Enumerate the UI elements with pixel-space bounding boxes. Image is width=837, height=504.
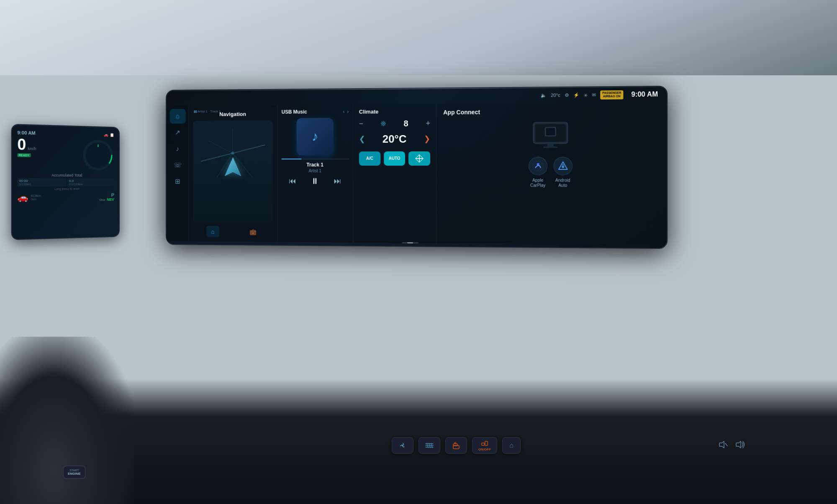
music-play-button[interactable]: ⏸ [311, 177, 319, 186]
monitor-svg [531, 120, 570, 150]
volume-down-button[interactable] [718, 440, 728, 452]
climate-fan-minus[interactable]: − [359, 119, 363, 128]
music-next-arrow[interactable]: › [347, 109, 349, 115]
climate-temp-row: ❮ 20°C ❯ [359, 133, 430, 146]
bluetooth-icon: ⚹ [584, 92, 588, 98]
nav-home-icon[interactable]: ⌂ [206, 226, 219, 238]
scroll-indicator [402, 242, 418, 243]
svg-line-7 [209, 141, 233, 153]
svg-line-5 [233, 145, 265, 153]
sidebar-navigation[interactable]: ↗ [169, 125, 185, 140]
svg-point-10 [231, 151, 234, 155]
nav-briefcase-icon[interactable]: 💼 [246, 226, 259, 238]
climate-fan-icon: ❊ [381, 120, 386, 128]
physical-controls-area: ON/OFF ⌂ [159, 429, 753, 462]
main-infotainment-screen: 🔈 20°c ⚙ ⚡ ⚹ ✉ PASSENGER AIRBAG ON 9:00 … [166, 86, 668, 249]
cluster-range: 818km [31, 194, 41, 197]
scroll-indicator-bar [407, 242, 413, 243]
climate-title: Climate [359, 108, 430, 115]
status-time: 9:00 AM [631, 91, 658, 99]
climate-panel: Climate − ❊ 8 + ❮ 20°C ❯ A/C AUTO [353, 104, 436, 243]
music-title: USB Music [282, 109, 307, 115]
cluster-trip-grid: 00:00 0/100km 0.0 0.0/100km [17, 178, 114, 187]
navigation-panel: ▮▮ Artist 1 · Track 1 Navigation [189, 105, 277, 242]
app-buttons: AppleCarPlay AndroidAuto [443, 156, 660, 188]
sidebar-home[interactable]: ⌂ [169, 109, 185, 123]
music-prev-arrow[interactable]: ‹ [343, 109, 344, 115]
music-progress-track [282, 159, 349, 159]
volume-icon: 🔈 [540, 92, 546, 98]
passenger-airbag-badge: PASSENGER AIRBAG ON [600, 90, 624, 100]
settings-icon: ⚙ [565, 92, 569, 98]
nav-map-area[interactable] [193, 120, 273, 223]
sidebar-phone[interactable]: ☏ [169, 158, 185, 172]
android-auto-icon [553, 156, 572, 175]
svg-rect-40 [485, 441, 488, 445]
svg-rect-39 [482, 443, 484, 445]
instrument-cluster: 9:00 AM 🚗📋 0 km/h READY Accumulated Tota… [11, 124, 120, 240]
notification-icon: ✉ [592, 92, 596, 97]
cluster-speed: 0 [17, 137, 26, 152]
sidebar-music[interactable]: ♪ [169, 141, 185, 156]
climate-temp-down[interactable]: ❮ [359, 135, 365, 144]
svg-point-2 [87, 144, 108, 166]
climate-temperature: 20°C [383, 133, 407, 146]
home-physical-button[interactable]: ⌂ [502, 437, 521, 454]
svg-rect-18 [547, 143, 553, 147]
volume-controls [718, 440, 745, 452]
on-off-button[interactable]: ON/OFF [472, 437, 497, 454]
cluster-icons: 🚗📋 [104, 133, 114, 137]
climate-fan-level: 8 [403, 119, 408, 128]
app-connect-title: App Connect [443, 107, 660, 115]
volume-up-button[interactable] [735, 440, 745, 452]
start-button[interactable]: START ENGINE [63, 466, 86, 479]
svg-marker-43 [736, 441, 741, 448]
nav-direction-arrow [223, 155, 243, 188]
sidebar: ⌂ ↗ ♪ ☏ ⊞ [167, 105, 189, 241]
music-artist-name: Artist 1 [282, 169, 349, 173]
cluster-ev-badge: NEV [107, 197, 114, 202]
steering-area [0, 337, 134, 504]
music-prev-button[interactable]: ⏮ [289, 177, 296, 185]
svg-rect-19 [543, 146, 557, 148]
climate-fan-plus[interactable]: + [426, 119, 430, 128]
music-note-icon: ♪ [312, 129, 318, 144]
climate-fan-row: − ❊ 8 + [359, 119, 430, 129]
cluster-kw: 0kw [100, 198, 105, 202]
music-nav-arrows: ‹ › [343, 109, 349, 115]
svg-rect-14 [416, 158, 423, 159]
android-auto-button[interactable]: AndroidAuto [553, 156, 572, 188]
app-monitor-icon [531, 120, 570, 150]
music-header: USB Music ‹ › [282, 109, 349, 115]
cluster-speed-unit: km/h [28, 146, 36, 151]
seat-heat-button[interactable] [445, 437, 467, 454]
music-next-button[interactable]: ⏭ [334, 177, 341, 186]
svg-rect-36 [453, 444, 457, 446]
screen-content: ⌂ ↗ ♪ ☏ ⊞ ▮▮ Artist 1 · Track 1 Navigati… [167, 102, 667, 245]
app-connect-panel: App Connect [436, 102, 667, 245]
sidebar-apps[interactable]: ⊞ [169, 174, 185, 189]
music-track-name: Track 1 [282, 162, 349, 168]
nav-bottom-icons: ⌂ 💼 [193, 226, 273, 238]
carplay-icon [529, 156, 547, 175]
fan-button[interactable] [392, 437, 413, 454]
android-auto-label: AndroidAuto [555, 178, 570, 188]
music-controls: ⏮ ⏸ ⏭ [282, 176, 349, 186]
climate-ac-button[interactable]: A/C [359, 151, 380, 166]
ceiling-area [0, 0, 837, 75]
carplay-button[interactable]: AppleCarPlay [529, 156, 547, 188]
music-album-art: ♪ [297, 118, 334, 155]
cluster-total-label: Accumulated Total [17, 173, 114, 177]
cluster-ready-badge: READY [17, 153, 31, 157]
climate-auto-button[interactable]: AUTO [384, 151, 405, 166]
music-progress-bar [282, 159, 302, 159]
defrost-rear-button[interactable] [418, 437, 440, 454]
cluster-time: 9:00 AM [17, 130, 35, 136]
music-panel: USB Music ‹ › ♪ Track 1 Artist 1 ⏮ ⏸ ⏭ [277, 105, 353, 243]
climate-defrost-button[interactable] [408, 151, 430, 166]
navigation-title: Navigation [219, 111, 246, 117]
svg-marker-11 [225, 157, 241, 176]
climate-temp-up[interactable]: ❯ [424, 134, 430, 143]
usb-icon: ⚡ [573, 92, 579, 98]
speedometer-gauge [82, 138, 114, 172]
